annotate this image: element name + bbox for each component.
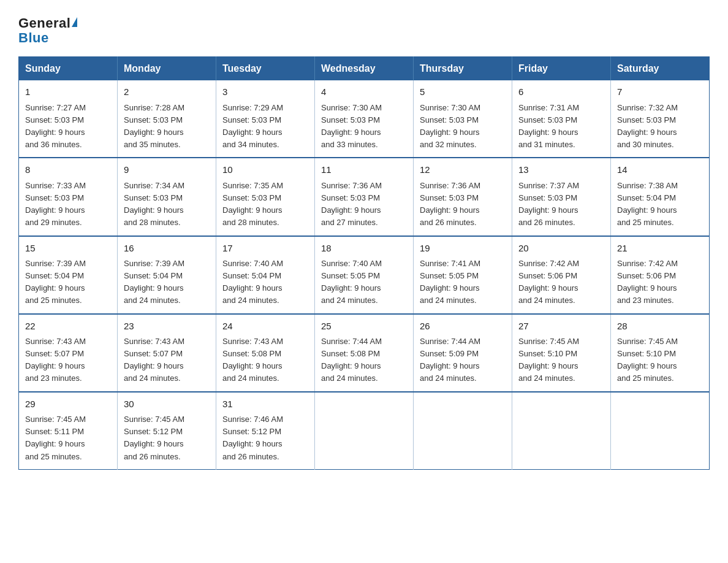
calendar-cell: 11Sunrise: 7:36 AMSunset: 5:03 PMDayligh…	[315, 158, 414, 236]
day-info: Sunrise: 7:41 AMSunset: 5:05 PMDaylight:…	[420, 258, 506, 307]
day-number: 1	[25, 85, 111, 99]
day-info: Sunrise: 7:45 AMSunset: 5:12 PMDaylight:…	[124, 413, 210, 463]
logo-blue-text: Blue	[18, 31, 49, 45]
day-number: 20	[518, 242, 604, 256]
day-info: Sunrise: 7:39 AMSunset: 5:04 PMDaylight:…	[25, 258, 111, 307]
days-of-week-row: SundayMondayTuesdayWednesdayThursdayFrid…	[19, 57, 710, 81]
day-number: 13	[518, 163, 604, 177]
day-info: Sunrise: 7:43 AMSunset: 5:07 PMDaylight:…	[25, 335, 111, 385]
calendar-cell: 17Sunrise: 7:40 AMSunset: 5:04 PMDayligh…	[216, 236, 315, 314]
day-info: Sunrise: 7:40 AMSunset: 5:04 PMDaylight:…	[222, 258, 308, 307]
calendar-cell: 31Sunrise: 7:46 AMSunset: 5:12 PMDayligh…	[216, 392, 315, 470]
day-info: Sunrise: 7:44 AMSunset: 5:09 PMDaylight:…	[420, 335, 506, 385]
day-of-week-thursday: Thursday	[414, 57, 512, 81]
calendar-cell: 24Sunrise: 7:43 AMSunset: 5:08 PMDayligh…	[216, 314, 315, 392]
calendar-cell: 3Sunrise: 7:29 AMSunset: 5:03 PMDaylight…	[216, 80, 315, 158]
day-number: 18	[321, 242, 407, 256]
calendar-cell	[315, 392, 414, 470]
day-number: 15	[25, 242, 111, 256]
calendar-cell	[414, 392, 512, 470]
day-info: Sunrise: 7:45 AMSunset: 5:10 PMDaylight:…	[617, 335, 703, 385]
logo-triangle-icon	[72, 17, 77, 27]
day-info: Sunrise: 7:36 AMSunset: 5:03 PMDaylight:…	[321, 180, 407, 229]
calendar-cell: 29Sunrise: 7:45 AMSunset: 5:11 PMDayligh…	[19, 392, 118, 470]
week-row-5: 29Sunrise: 7:45 AMSunset: 5:11 PMDayligh…	[19, 392, 710, 470]
day-number: 31	[222, 397, 308, 412]
day-of-week-saturday: Saturday	[611, 57, 710, 81]
day-number: 27	[518, 320, 604, 334]
calendar-cell: 9Sunrise: 7:34 AMSunset: 5:03 PMDaylight…	[118, 158, 216, 236]
week-row-4: 22Sunrise: 7:43 AMSunset: 5:07 PMDayligh…	[19, 314, 710, 392]
day-info: Sunrise: 7:33 AMSunset: 5:03 PMDaylight:…	[25, 180, 111, 229]
calendar-cell: 15Sunrise: 7:39 AMSunset: 5:04 PMDayligh…	[19, 236, 118, 314]
day-info: Sunrise: 7:44 AMSunset: 5:08 PMDaylight:…	[321, 335, 407, 385]
day-number: 29	[25, 397, 111, 412]
calendar-cell: 27Sunrise: 7:45 AMSunset: 5:10 PMDayligh…	[512, 314, 611, 392]
day-number: 10	[222, 163, 308, 177]
day-number: 17	[222, 242, 308, 256]
calendar-cell: 6Sunrise: 7:31 AMSunset: 5:03 PMDaylight…	[512, 80, 611, 158]
day-of-week-friday: Friday	[512, 57, 611, 81]
day-number: 25	[321, 320, 407, 334]
day-info: Sunrise: 7:46 AMSunset: 5:12 PMDaylight:…	[222, 413, 308, 463]
calendar-cell	[611, 392, 710, 470]
day-number: 26	[420, 320, 506, 334]
day-number: 4	[321, 85, 407, 99]
calendar-cell: 7Sunrise: 7:32 AMSunset: 5:03 PMDaylight…	[611, 80, 710, 158]
calendar-cell: 30Sunrise: 7:45 AMSunset: 5:12 PMDayligh…	[118, 392, 216, 470]
day-info: Sunrise: 7:28 AMSunset: 5:03 PMDaylight:…	[124, 102, 210, 151]
day-info: Sunrise: 7:39 AMSunset: 5:04 PMDaylight:…	[124, 258, 210, 307]
calendar-cell: 8Sunrise: 7:33 AMSunset: 5:03 PMDaylight…	[19, 158, 118, 236]
day-number: 9	[124, 163, 210, 177]
week-row-2: 8Sunrise: 7:33 AMSunset: 5:03 PMDaylight…	[19, 158, 710, 236]
day-info: Sunrise: 7:32 AMSunset: 5:03 PMDaylight:…	[617, 102, 703, 151]
day-number: 14	[617, 163, 703, 177]
calendar-cell: 10Sunrise: 7:35 AMSunset: 5:03 PMDayligh…	[216, 158, 315, 236]
calendar-cell: 2Sunrise: 7:28 AMSunset: 5:03 PMDaylight…	[118, 80, 216, 158]
day-number: 8	[25, 163, 111, 177]
day-info: Sunrise: 7:42 AMSunset: 5:06 PMDaylight:…	[617, 258, 703, 307]
calendar-cell: 5Sunrise: 7:30 AMSunset: 5:03 PMDaylight…	[414, 80, 512, 158]
calendar-cell: 4Sunrise: 7:30 AMSunset: 5:03 PMDaylight…	[315, 80, 414, 158]
logo-general-text: General	[18, 16, 70, 31]
day-info: Sunrise: 7:34 AMSunset: 5:03 PMDaylight:…	[124, 180, 210, 229]
day-info: Sunrise: 7:30 AMSunset: 5:03 PMDaylight:…	[420, 102, 506, 151]
day-number: 24	[222, 320, 308, 334]
calendar-cell: 22Sunrise: 7:43 AMSunset: 5:07 PMDayligh…	[19, 314, 118, 392]
day-number: 6	[518, 85, 604, 99]
logo: General Blue	[18, 12, 77, 45]
day-number: 16	[124, 242, 210, 256]
calendar-cell: 13Sunrise: 7:37 AMSunset: 5:03 PMDayligh…	[512, 158, 611, 236]
calendar-cell: 16Sunrise: 7:39 AMSunset: 5:04 PMDayligh…	[118, 236, 216, 314]
calendar-cell: 25Sunrise: 7:44 AMSunset: 5:08 PMDayligh…	[315, 314, 414, 392]
calendar-cell: 23Sunrise: 7:43 AMSunset: 5:07 PMDayligh…	[118, 314, 216, 392]
day-number: 28	[617, 320, 703, 334]
header: General Blue	[18, 12, 710, 45]
day-of-week-sunday: Sunday	[19, 57, 118, 81]
calendar-cell: 26Sunrise: 7:44 AMSunset: 5:09 PMDayligh…	[414, 314, 512, 392]
day-of-week-monday: Monday	[118, 57, 216, 81]
calendar-cell: 18Sunrise: 7:40 AMSunset: 5:05 PMDayligh…	[315, 236, 414, 314]
week-row-1: 1Sunrise: 7:27 AMSunset: 5:03 PMDaylight…	[19, 80, 710, 158]
day-number: 22	[25, 320, 111, 334]
day-info: Sunrise: 7:38 AMSunset: 5:04 PMDaylight:…	[617, 180, 703, 229]
day-number: 5	[420, 85, 506, 99]
day-number: 30	[124, 397, 210, 412]
calendar-cell	[512, 392, 611, 470]
day-info: Sunrise: 7:45 AMSunset: 5:11 PMDaylight:…	[25, 413, 111, 463]
week-row-3: 15Sunrise: 7:39 AMSunset: 5:04 PMDayligh…	[19, 236, 710, 314]
day-number: 2	[124, 85, 210, 99]
day-number: 7	[617, 85, 703, 99]
day-number: 12	[420, 163, 506, 177]
calendar-cell: 28Sunrise: 7:45 AMSunset: 5:10 PMDayligh…	[611, 314, 710, 392]
day-info: Sunrise: 7:43 AMSunset: 5:08 PMDaylight:…	[222, 335, 308, 385]
calendar-cell: 19Sunrise: 7:41 AMSunset: 5:05 PMDayligh…	[414, 236, 512, 314]
day-number: 23	[124, 320, 210, 334]
calendar-table: SundayMondayTuesdayWednesdayThursdayFrid…	[18, 56, 710, 469]
calendar-cell: 21Sunrise: 7:42 AMSunset: 5:06 PMDayligh…	[611, 236, 710, 314]
calendar-cell: 14Sunrise: 7:38 AMSunset: 5:04 PMDayligh…	[611, 158, 710, 236]
day-of-week-wednesday: Wednesday	[315, 57, 414, 81]
day-info: Sunrise: 7:27 AMSunset: 5:03 PMDaylight:…	[25, 102, 111, 151]
day-info: Sunrise: 7:45 AMSunset: 5:10 PMDaylight:…	[518, 335, 604, 385]
day-info: Sunrise: 7:29 AMSunset: 5:03 PMDaylight:…	[222, 102, 308, 151]
